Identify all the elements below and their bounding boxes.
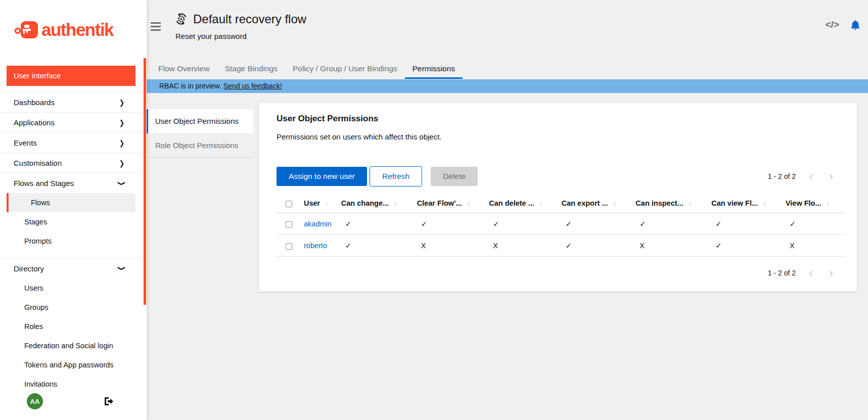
tab-stage-bindings[interactable]: Stage Bindings (217, 60, 285, 79)
table-row: roberto✓XX✓X✓X (277, 235, 845, 257)
row-select-cell (277, 235, 304, 257)
sidebar-item-applications[interactable]: Applications❯ (0, 112, 147, 132)
sidebar-item-label: Tokens and App passwords (24, 361, 114, 369)
user-link-akadmin[interactable]: akadmin (304, 220, 332, 228)
sort-icon[interactable]: ↕ (467, 199, 471, 207)
sort-icon[interactable]: ↕ (763, 199, 766, 207)
pagination-label: 1 - 2 of 2 (768, 269, 796, 277)
sidebar-item-label: Roles (24, 322, 43, 331)
sort-icon[interactable]: ↕ (689, 199, 692, 207)
sidebar-item-prompts[interactable]: Prompts (0, 231, 147, 251)
sidebar-item-label: Applications (14, 118, 55, 127)
refresh-button[interactable]: Refresh (370, 166, 422, 186)
rbac-preview-banner: RBAC is in preview. Send us feedback! (147, 79, 868, 93)
chevron-down-icon: ❯ (118, 266, 126, 271)
assign-to-new-user-button[interactable]: Assign to new user (277, 167, 367, 186)
sidebar-item-invitations[interactable]: Invitations (0, 375, 147, 394)
sidebar-item-federation-and-social-login[interactable]: Federation and Social login (0, 336, 147, 355)
user-cell: akadmin (304, 213, 341, 235)
column-header-label: Can change... (341, 199, 389, 207)
banner-text: RBAC is in preview. (159, 82, 221, 90)
sidebar-item-dashboards[interactable]: Dashboards❯ (0, 92, 147, 112)
pagination-prev-icon[interactable]: ‹ (809, 269, 813, 276)
tab-policy-group-user-bindings[interactable]: Policy / Group / User Bindings (285, 60, 405, 79)
sort-icon[interactable]: ↕ (613, 199, 617, 207)
user-permissions-table: User↕Can change...↕Clear Flow'...↕Can de… (277, 193, 845, 257)
sidebar-item-label: Events (14, 138, 37, 147)
sidebar-item-user-interface[interactable]: User interface (7, 66, 135, 86)
user-link-roberto[interactable]: roberto (304, 242, 327, 250)
sidebar-item-flows-and-stages[interactable]: Flows and Stages❯ (0, 173, 147, 193)
row-select-cell (277, 213, 304, 235)
pagination-label: 1 - 2 of 2 (768, 172, 796, 180)
tab-flow-overview[interactable]: Flow Overview (151, 60, 217, 79)
side-tab-user-object-permissions[interactable]: User Object Permissions (147, 109, 253, 133)
sidebar-item-label: Customisation (14, 159, 62, 167)
avatar[interactable]: AA (27, 393, 43, 409)
sidebar-item-events[interactable]: Events❯ (0, 132, 147, 153)
sidebar-item-label: Prompts (24, 237, 52, 245)
column-header-can-change: Can change...↕ (341, 193, 417, 213)
sort-icon[interactable]: ↕ (325, 199, 329, 207)
permission-value-cell: ✓ (635, 213, 711, 235)
sidebar-item-stages[interactable]: Stages (0, 212, 147, 231)
object-permission-tabs: User Object PermissionsRole Object Permi… (147, 109, 253, 158)
sidebar-item-customisation[interactable]: Customisation❯ (0, 153, 147, 173)
sidebar-item-groups[interactable]: Groups (0, 298, 147, 317)
toolbar: Assign to new user Refresh Delete 1 - 2 … (277, 166, 845, 186)
sidebar-item-label: Directory (14, 264, 44, 273)
select-all-checkbox[interactable] (286, 201, 292, 207)
permission-value-cell: X (635, 235, 711, 257)
card-title: User Object Permissions (277, 114, 845, 124)
sidebar-item-tokens-and-app-passwords[interactable]: Tokens and App passwords (0, 355, 147, 375)
column-header-can-inspect: Can inspect...↕ (635, 193, 711, 213)
pagination-next-icon[interactable]: › (829, 173, 833, 180)
pagination-top: 1 - 2 of 2 ‹ › (768, 172, 845, 180)
flow-process-icon (175, 13, 188, 27)
permission-value-cell: X (417, 235, 489, 257)
api-code-icon[interactable]: </> (826, 19, 839, 30)
pagination-next-icon[interactable]: › (829, 269, 833, 276)
sort-icon[interactable]: ↕ (539, 199, 543, 207)
sidebar-item-flows[interactable]: Flows (7, 193, 135, 212)
sidebar-item-label: Flows (31, 199, 50, 207)
row-checkbox[interactable] (286, 243, 292, 250)
logout-icon[interactable] (104, 397, 114, 408)
row-checkbox[interactable] (286, 221, 292, 228)
column-header-can-view-fl: Can view Fl...↕ (711, 193, 786, 213)
permission-value-cell: X (489, 235, 561, 257)
chevron-down-icon: ❯ (118, 180, 126, 185)
delete-button[interactable]: Delete (431, 167, 478, 186)
permission-value-cell: ✓ (562, 235, 636, 257)
feedback-link[interactable]: Send us feedback! (223, 82, 282, 90)
permission-value-cell: ✓ (711, 213, 786, 235)
tab-permissions[interactable]: Permissions (405, 60, 463, 79)
column-header-clear-flow: Clear Flow'...↕ (417, 193, 489, 213)
column-header-label: User (304, 199, 320, 207)
authentik-logo: authentik (14, 19, 113, 40)
sidebar-item-label: Federation and Social login (24, 342, 113, 350)
table-row: akadmin✓✓✓✓✓✓✓ (277, 213, 845, 235)
sidebar-scrollbar-thumb[interactable] (144, 58, 146, 305)
sort-icon[interactable]: ↕ (394, 199, 397, 207)
side-tab-role-object-permissions[interactable]: Role Object Permissions (147, 133, 253, 158)
sidebar-item-users[interactable]: Users (0, 278, 147, 298)
pagination-prev-icon[interactable]: ‹ (809, 173, 813, 180)
sort-icon[interactable]: ↕ (827, 199, 830, 207)
permission-value-cell: ✓ (786, 213, 845, 235)
sidebar-item-directory[interactable]: Directory❯ (0, 258, 147, 278)
pagination-bottom-wrap: 1 - 2 of 2 ‹ › (277, 269, 845, 277)
column-header-label: View Flo... (786, 199, 821, 207)
hamburger-menu-icon[interactable] (151, 22, 161, 33)
page-title: Default recovery flow (193, 12, 306, 26)
chevron-right-icon: ❯ (119, 138, 124, 147)
main-area: Default recovery flow Reset your passwor… (147, 0, 868, 420)
sidebar-footer: AA (0, 393, 147, 413)
sidebar-item-label: Dashboards (14, 98, 55, 107)
sidebar-item-label: Groups (24, 303, 49, 311)
sidebar-item-roles[interactable]: Roles (0, 317, 147, 336)
column-header-label: Can view Fl... (711, 199, 758, 207)
sidebar-item-label: Invitations (24, 380, 57, 388)
column-header-label: Can export ... (562, 199, 608, 207)
notification-bell-icon[interactable] (850, 20, 860, 33)
